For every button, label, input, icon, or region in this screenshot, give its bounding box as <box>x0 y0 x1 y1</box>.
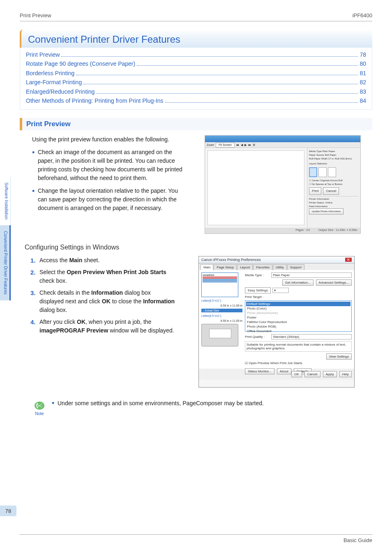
tab-favorites[interactable]: Favorites <box>253 264 272 270</box>
prev-page-icon[interactable]: ◀ <box>241 143 243 148</box>
open-preview-checkbox[interactable]: ☑ Open Preview When Print Job Starts <box>245 361 352 365</box>
zoom-select[interactable]: Fit Screen <box>216 143 235 148</box>
pages-status: Pages : 1/1 <box>295 228 310 233</box>
page-number-badge: 78 <box>0 506 16 516</box>
layout-option[interactable] <box>328 167 336 177</box>
list-item[interactable]: Photo (Adobe RGB) <box>246 324 350 329</box>
header-right: iPF6400 <box>353 12 372 18</box>
step-2: Select the Open Preview When Print Job S… <box>32 268 176 285</box>
heading-configuring-windows: Configuring Settings in Windows <box>25 244 372 251</box>
side-rail: Software Installation Convenient Printer… <box>0 177 11 300</box>
layout-option[interactable] <box>318 167 327 177</box>
toc-label: Print Preview <box>26 50 60 59</box>
first-page-icon[interactable]: ⏮ <box>236 143 239 148</box>
step-3: Check details in the Information dialog … <box>32 289 176 314</box>
about-button[interactable]: About <box>277 368 291 374</box>
media-type-select[interactable]: Plain Paper <box>271 272 352 278</box>
get-information-button[interactable]: Get Information... <box>282 279 314 286</box>
center-checkbox[interactable]: Center Originals Across Roll <box>312 179 343 182</box>
ok-button[interactable]: OK <box>291 371 302 377</box>
toc-row[interactable]: Borderless Printing81 <box>26 69 366 78</box>
printing-preferences-dialog: Canon iPFxxxx Printing Preferences✕ Main… <box>198 256 355 388</box>
toc-row[interactable]: Large-Format Printing82 <box>26 78 366 87</box>
next-page-icon[interactable]: ▶ <box>244 143 247 148</box>
toc: Print Preview 78 Rotate Page 90 degrees … <box>20 48 372 110</box>
preview-canvas <box>208 150 304 225</box>
page-header: Print Preview iPF6400 <box>20 12 372 21</box>
last-page-icon[interactable]: ⏭ <box>248 143 251 148</box>
tab-utility[interactable]: Utility <box>273 264 287 270</box>
gear-icon[interactable]: ⚙ <box>253 143 255 148</box>
step-4: After you click OK, when you print a job… <box>32 318 176 335</box>
heading-print-preview: Print Preview <box>20 118 372 130</box>
page-footer: Basic Guide <box>20 534 372 543</box>
nospace-checkbox[interactable]: No Spaces at Top or Bottom <box>312 183 343 185</box>
dialog-title: Canon iPFxxxx Printing Preferences <box>201 258 261 262</box>
page-thumbnail: sample(s) <box>201 272 238 297</box>
bullet-item: Check an image of the document as arrang… <box>32 148 188 182</box>
cancel-button[interactable]: Cancel <box>304 371 321 377</box>
update-printer-button[interactable]: Update Printer Information <box>309 208 344 215</box>
output-size-status: Output Size : 11.69in. × 8.50in. <box>318 228 358 233</box>
toc-row[interactable]: Other Methods of Printing: Printing from… <box>26 96 366 105</box>
note-icon: Note <box>32 400 47 416</box>
list-item[interactable]: Faithful Color Reproduction <box>246 320 350 324</box>
print-button[interactable]: Print <box>309 187 321 195</box>
bullet-item: Change the layout orientation relative t… <box>32 187 188 212</box>
side-tab-convenient-features[interactable]: Convenient Printer Driver Features <box>0 225 11 300</box>
print-target-list[interactable]: Default Settings Photo (Color) Photo (Mo… <box>245 300 352 332</box>
easy-settings-select[interactable]: ▾ <box>272 288 289 293</box>
header-left: Print Preview <box>20 12 51 18</box>
list-item[interactable]: Photo (Monochrome) <box>246 311 350 315</box>
hint-text: Suitable for printing normal documents t… <box>245 341 352 352</box>
step-1: Access the Main sheet. <box>32 256 176 265</box>
easy-settings-tab[interactable]: Easy Settings <box>245 287 271 293</box>
close-icon[interactable]: ✕ <box>345 258 352 262</box>
actual-size-badge: ↓ Actual Size <box>201 309 242 312</box>
list-item[interactable]: Office Document <box>246 329 350 333</box>
apply-button[interactable]: Apply <box>323 371 337 377</box>
toc-row[interactable]: Rotate Page 90 degrees (Conserve Paper)8… <box>26 59 366 68</box>
tab-page-setup[interactable]: Page Setup <box>214 264 237 270</box>
print-quality-select[interactable]: Standard (300dpi) <box>271 334 352 339</box>
section-title: Convenient Printer Driver Features <box>20 30 372 48</box>
advanced-settings-button[interactable]: Advanced Settings... <box>316 279 352 286</box>
layout-option[interactable] <box>309 167 317 177</box>
status-monitor-button[interactable]: Status Monitor... <box>245 368 274 374</box>
view-settings-button[interactable]: View Settings <box>326 353 352 360</box>
tab-layout[interactable]: Layout <box>237 264 253 270</box>
toc-row[interactable]: Print Preview 78 <box>26 50 366 59</box>
toc-row[interactable]: Enlarged/Reduced Printing83 <box>26 87 366 96</box>
note-text: Under some settings and in some environm… <box>52 400 264 406</box>
list-item[interactable]: Default Settings <box>246 302 350 306</box>
cancel-button[interactable]: Cancel <box>323 187 339 195</box>
list-item[interactable]: Photo (Color) <box>246 306 350 311</box>
preview-window-screenshot: Zoom Fit Screen ⏮ ◀ ▶ ⏭ ⚙ Media Type Pla… <box>205 135 361 234</box>
side-tab-software-installation[interactable]: Software Installation <box>0 177 11 225</box>
list-item[interactable]: Poster <box>246 315 350 320</box>
help-button[interactable]: Help <box>339 371 352 377</box>
tab-main[interactable]: Main <box>201 264 213 270</box>
tab-support[interactable]: Support <box>287 264 304 270</box>
intro-text: Using the print preview function enables… <box>32 135 188 144</box>
printer-illustration <box>201 324 238 346</box>
toc-page: 78 <box>360 50 366 59</box>
